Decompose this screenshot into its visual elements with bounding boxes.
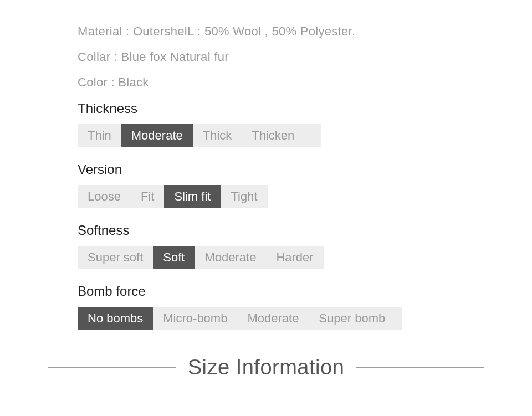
spec-material: Material : OutershelL : 50% Wool , 50% P… <box>78 24 532 39</box>
spec-collar: Collar : Blue fox Natural fur <box>78 50 532 64</box>
option-version-slim-fit[interactable]: Slim fit <box>164 185 221 208</box>
category-options-thickness: ThinModerateThickThicken <box>78 124 321 147</box>
category-softness: SoftnessSuper softSoftModerateHarder <box>78 223 532 269</box>
category-title-bombforce: Bomb force <box>78 284 532 299</box>
option-thickness-moderate[interactable]: Moderate <box>121 124 193 147</box>
option-softness-soft[interactable]: Soft <box>153 246 195 269</box>
category-options-version: LooseFitSlim fitTight <box>78 185 268 208</box>
option-thickness-thin[interactable]: Thin <box>78 124 121 147</box>
size-info-title: Size Information <box>176 356 357 379</box>
size-info-section: Size Information <box>0 356 532 379</box>
category-version: VersionLooseFitSlim fitTight <box>78 162 532 208</box>
spec-color: Color : Black <box>78 75 532 90</box>
category-thickness: ThicknessThinModerateThickThicken <box>78 101 532 147</box>
category-options-softness: Super softSoftModerateHarder <box>78 246 324 269</box>
category-options-bombforce: No bombsMicro-bombModerateSuper bomb <box>78 307 402 330</box>
option-version-loose[interactable]: Loose <box>78 185 131 208</box>
category-bombforce: Bomb forceNo bombsMicro-bombModerateSupe… <box>78 284 532 330</box>
category-title-thickness: Thickness <box>78 101 532 116</box>
option-thickness-thick[interactable]: Thick <box>193 124 242 147</box>
category-title-softness: Softness <box>78 223 532 238</box>
option-thickness-thicken[interactable]: Thicken <box>242 124 304 147</box>
option-bombforce-moderate[interactable]: Moderate <box>237 307 309 330</box>
option-version-tight[interactable]: Tight <box>221 185 267 208</box>
option-softness-moderate[interactable]: Moderate <box>195 246 266 269</box>
category-title-version: Version <box>78 162 532 177</box>
divider-right <box>356 367 484 368</box>
option-version-fit[interactable]: Fit <box>131 185 164 208</box>
option-softness-harder[interactable]: Harder <box>266 246 323 269</box>
option-bombforce-no-bombs[interactable]: No bombs <box>78 307 153 330</box>
option-bombforce-micro-bomb[interactable]: Micro-bomb <box>153 307 237 330</box>
option-softness-super-soft[interactable]: Super soft <box>78 246 153 269</box>
divider-left <box>48 367 176 368</box>
option-bombforce-super-bomb[interactable]: Super bomb <box>309 307 395 330</box>
